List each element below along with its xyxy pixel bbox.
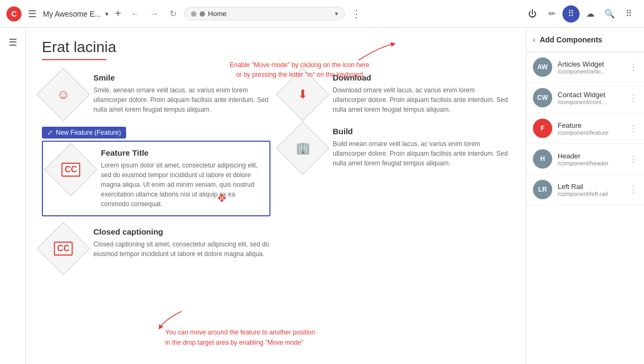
dropdown-arrow[interactable]: ▾ [105,10,108,18]
app-name: My Awesome E... [43,10,101,18]
left-rail-item[interactable]: LR Left Rail /component/left-rail ⋮ [526,174,644,205]
left-rail-path: /component/left-rail [558,191,624,197]
header-name: Header [558,152,624,160]
left-rail-name: Left Rail [558,183,624,191]
right-panel: ‹ Add Components AW Articles Widget /com… [526,28,644,364]
contact-widget-more[interactable]: ⋮ [629,93,638,103]
smile-component: ☺ Smile Smile, aenean ornare velit lacus… [42,73,270,116]
annotation-move: You can move around the feature to anoth… [165,327,315,348]
left-rail-more[interactable]: ⋮ [629,185,638,195]
cc-icon-container: CC [42,227,85,270]
annotation-move-arrow [155,309,187,330]
cc-title: Closed captioning [93,227,270,236]
move-annotation-line2: in the drop target area by enabling "Mov… [165,339,303,346]
build-description: Build enean ornare velit lacus, ac variu… [333,139,510,168]
new-feature-text: New Feature (Feature) [56,129,121,136]
more-options[interactable]: ⋮ [349,6,363,22]
address-bar[interactable]: Home ▾ [184,7,345,20]
search-icon[interactable]: 🔍 [601,5,618,23]
left-sidebar: ☰ [0,28,26,364]
feature-description: Lorem ipsum dolor sit amet, consectetur … [101,161,263,209]
smile-icon-container: ☺ [42,73,85,116]
components-grid: ☺ Smile Smile, aenean ornare velit lacus… [42,73,510,270]
add-button[interactable]: + [113,5,123,22]
download-icon: ⬇ [298,88,308,101]
power-icon[interactable]: ⏻ [524,5,541,23]
header-info: Header /component/header [558,152,624,166]
articles-widget-more[interactable]: ⋮ [629,62,638,72]
feature-text: Feature Title Lorem ipsum dolor sit amet… [101,148,263,209]
back-button[interactable]: ← [128,7,143,21]
articles-widget-info: Articles Widget /component/artic... [558,60,624,75]
page-title-underline [42,59,106,60]
right-panel-header: ‹ Add Components [526,28,644,52]
download-component: ⬇ Download Download ornare velit lacus, … [281,73,510,116]
left-rail-avatar: LR [533,180,552,199]
contact-widget-info: Contact Widget /component/cont... [558,91,624,105]
cc-description: Closed captioning sit amet, consectetur … [93,239,270,259]
apps-icon[interactable]: ⠿ [620,5,638,23]
contact-widget-path: /component/cont... [558,99,624,105]
build-component: 🏢 Build Build enean ornare velit lacus, … [281,127,510,216]
component-list: AW Articles Widget /component/artic... ⋮… [526,52,644,205]
feature-name: Feature [558,121,624,129]
forward-button[interactable]: → [147,7,162,21]
cc-icon: CC [54,242,72,256]
page-title: Erat lacinia [42,39,510,56]
feature-more[interactable]: ⋮ [629,123,638,134]
feature-icon-container: CC [49,148,92,191]
build-icon-container: 🏢 [281,127,324,170]
right-panel-back-button[interactable]: ‹ [533,35,536,44]
ssl-icon [200,11,205,17]
nav-icon-group: ⏻ ✏ ⠿ ☁ 🔍 ⠿ [524,5,638,23]
address-chevron: ▾ [335,10,338,17]
top-navigation: C ☰ My Awesome E... ▾ + ← → ↻ Home ▾ ⋮ ⏻… [0,0,644,28]
closed-captioning-component: CC Closed captioning Closed captioning s… [42,227,270,270]
build-title: Build [333,127,510,136]
contact-widget-item[interactable]: CW Contact Widget /component/cont... ⋮ [526,83,644,113]
page-content: Enable "Move mode" by clicking on the ic… [26,28,526,364]
feature-component-wrapper: ⤢ New Feature (Feature) CC Feature Title… [42,127,270,216]
sidebar-hamburger[interactable]: ☰ [9,37,17,48]
address-text: Home [208,10,332,18]
feature-item[interactable]: F Feature /component/feature ⋮ [526,113,644,144]
annotation-top: Enable "Move mode" by clicking on the ic… [214,60,385,79]
new-feature-label[interactable]: ⤢ New Feature (Feature) [42,127,126,139]
app-logo: C [6,6,21,21]
smile-description: Smile, aenean ornare velit lacus, ac var… [93,85,270,114]
move-annotation-line1: You can move around the feature to anoth… [165,329,315,336]
header-path: /component/header [558,160,624,166]
articles-widget-item[interactable]: AW Articles Widget /component/artic... ⋮ [526,52,644,83]
move-icon: ⤢ [47,129,53,136]
grid-icon[interactable]: ⠿ [562,5,580,23]
left-rail-info: Left Rail /component/left-rail [558,183,624,197]
header-item[interactable]: H Header /component/header ⋮ [526,144,644,174]
ssl-dot1 [191,11,196,17]
feature-title: Feature Title [101,148,263,157]
cloud-icon[interactable]: ☁ [582,5,599,23]
cc-text: Closed captioning Closed captioning sit … [93,227,270,259]
feature-cc-icon: CC [61,163,80,177]
feature-avatar: F [533,119,552,138]
articles-widget-name: Articles Widget [558,60,624,68]
feature-path: /component/feature [558,129,624,136]
download-description: Download ornare velit lacus, ac varius e… [333,85,510,114]
hamburger-menu[interactable]: ☰ [26,6,39,22]
articles-widget-path: /component/artic... [558,68,624,75]
annotation-line2: or by pressing the letter "m" on the key… [214,70,385,79]
contact-widget-avatar: CW [533,88,552,107]
articles-widget-avatar: AW [533,57,552,77]
download-icon-container: ⬇ [281,73,324,116]
build-text: Build Build enean ornare velit lacus, ac… [333,127,510,168]
header-avatar: H [533,149,552,169]
contact-widget-name: Contact Widget [558,91,624,99]
annotation-arrow [353,41,396,63]
smile-icon: ☺ [57,87,70,102]
feature-box: CC Feature Title Lorem ipsum dolor sit a… [42,141,270,216]
refresh-button[interactable]: ↻ [166,6,180,21]
header-more[interactable]: ⋮ [629,154,638,164]
feature-info: Feature /component/feature [558,121,624,136]
build-icon: 🏢 [296,141,310,155]
edit-icon[interactable]: ✏ [543,5,560,23]
main-area: ☰ Enable "Move mode" by clicking on the … [0,28,644,364]
